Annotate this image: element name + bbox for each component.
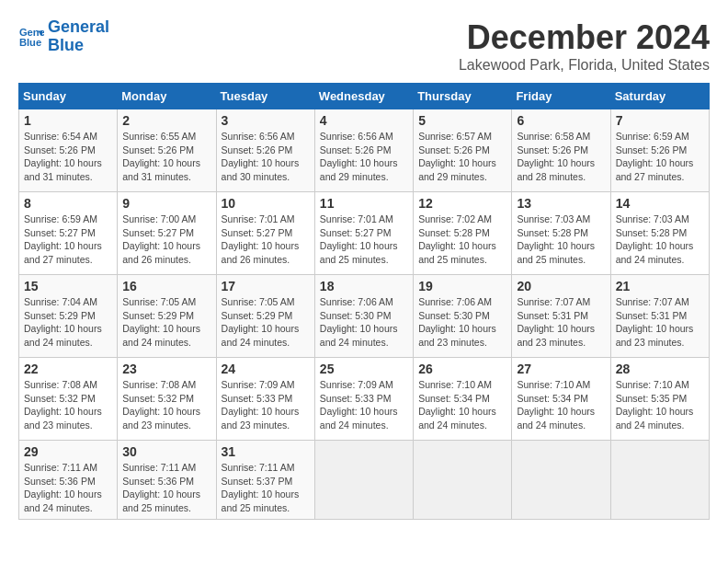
- calendar-cell: [314, 441, 413, 520]
- day-number: 23: [122, 362, 210, 376]
- day-info: Sunrise: 7:10 AM Sunset: 5:34 PM Dayligh…: [418, 378, 506, 432]
- logo-icon: General Blue: [18, 24, 44, 50]
- calendar-subtitle: Lakewood Park, Florida, United States: [459, 57, 710, 74]
- weekday-header: Thursday: [414, 84, 512, 109]
- day-number: 10: [222, 196, 310, 211]
- day-info: Sunrise: 7:11 AM Sunset: 5:37 PM Dayligh…: [222, 461, 310, 515]
- day-info: Sunrise: 7:10 AM Sunset: 5:35 PM Dayligh…: [616, 378, 704, 432]
- day-number: 7: [616, 113, 704, 128]
- day-info: Sunrise: 7:07 AM Sunset: 5:31 PM Dayligh…: [616, 295, 704, 350]
- day-number: 20: [517, 279, 605, 293]
- weekday-header: Tuesday: [216, 84, 314, 109]
- calendar-cell: 16Sunrise: 7:05 AM Sunset: 5:29 PM Dayli…: [118, 275, 216, 358]
- day-info: Sunrise: 6:56 AM Sunset: 5:26 PM Dayligh…: [222, 130, 310, 184]
- weekday-header: Wednesday: [314, 84, 413, 109]
- weekday-header: Sunday: [19, 84, 118, 109]
- calendar-cell: 21Sunrise: 7:07 AM Sunset: 5:31 PM Dayli…: [610, 275, 709, 358]
- calendar-week-row: 8Sunrise: 6:59 AM Sunset: 5:27 PM Daylig…: [19, 192, 710, 275]
- calendar-cell: 27Sunrise: 7:10 AM Sunset: 5:34 PM Dayli…: [512, 358, 610, 441]
- calendar-cell: 22Sunrise: 7:08 AM Sunset: 5:32 PM Dayli…: [19, 358, 118, 441]
- day-info: Sunrise: 7:08 AM Sunset: 5:32 PM Dayligh…: [122, 378, 210, 432]
- calendar-cell: 15Sunrise: 7:04 AM Sunset: 5:29 PM Dayli…: [19, 275, 118, 358]
- day-info: Sunrise: 6:56 AM Sunset: 5:26 PM Dayligh…: [320, 130, 408, 184]
- calendar-cell: 13Sunrise: 7:03 AM Sunset: 5:28 PM Dayli…: [512, 192, 610, 275]
- calendar-cell: 18Sunrise: 7:06 AM Sunset: 5:30 PM Dayli…: [314, 275, 413, 358]
- calendar-cell: [512, 441, 610, 520]
- day-info: Sunrise: 7:07 AM Sunset: 5:31 PM Dayligh…: [517, 295, 605, 350]
- day-number: 4: [320, 113, 408, 128]
- calendar-cell: 29Sunrise: 7:11 AM Sunset: 5:36 PM Dayli…: [19, 441, 118, 520]
- calendar-cell: 20Sunrise: 7:07 AM Sunset: 5:31 PM Dayli…: [512, 275, 610, 358]
- calendar-table: SundayMondayTuesdayWednesdayThursdayFrid…: [18, 83, 710, 520]
- day-info: Sunrise: 7:00 AM Sunset: 5:27 PM Dayligh…: [122, 213, 210, 267]
- day-number: 19: [418, 279, 506, 293]
- calendar-cell: 26Sunrise: 7:10 AM Sunset: 5:34 PM Dayli…: [414, 358, 512, 441]
- day-number: 6: [517, 113, 605, 128]
- day-number: 21: [616, 279, 704, 293]
- calendar-cell: 10Sunrise: 7:01 AM Sunset: 5:27 PM Dayli…: [216, 192, 314, 275]
- calendar-cell: 8Sunrise: 6:59 AM Sunset: 5:27 PM Daylig…: [19, 192, 118, 275]
- calendar-cell: 24Sunrise: 7:09 AM Sunset: 5:33 PM Dayli…: [216, 358, 314, 441]
- day-number: 1: [24, 113, 112, 128]
- weekday-header: Saturday: [610, 84, 709, 109]
- calendar-cell: 1Sunrise: 6:54 AM Sunset: 5:26 PM Daylig…: [19, 109, 118, 192]
- calendar-cell: 5Sunrise: 6:57 AM Sunset: 5:26 PM Daylig…: [414, 109, 512, 192]
- calendar-cell: 11Sunrise: 7:01 AM Sunset: 5:27 PM Dayli…: [314, 192, 413, 275]
- calendar-cell: 14Sunrise: 7:03 AM Sunset: 5:28 PM Dayli…: [610, 192, 709, 275]
- calendar-cell: 23Sunrise: 7:08 AM Sunset: 5:32 PM Dayli…: [118, 358, 216, 441]
- day-info: Sunrise: 7:08 AM Sunset: 5:32 PM Dayligh…: [24, 378, 112, 432]
- day-number: 9: [122, 196, 210, 211]
- logo: General Blue GeneralBlue: [18, 18, 109, 55]
- day-info: Sunrise: 6:59 AM Sunset: 5:26 PM Dayligh…: [616, 130, 704, 184]
- calendar-cell: 7Sunrise: 6:59 AM Sunset: 5:26 PM Daylig…: [610, 109, 709, 192]
- calendar-cell: 17Sunrise: 7:05 AM Sunset: 5:29 PM Dayli…: [216, 275, 314, 358]
- calendar-cell: [610, 441, 709, 520]
- calendar-cell: 4Sunrise: 6:56 AM Sunset: 5:26 PM Daylig…: [314, 109, 413, 192]
- day-number: 28: [616, 362, 704, 376]
- calendar-cell: 30Sunrise: 7:11 AM Sunset: 5:36 PM Dayli…: [118, 441, 216, 520]
- weekday-header-row: SundayMondayTuesdayWednesdayThursdayFrid…: [19, 84, 710, 109]
- day-number: 3: [222, 113, 310, 128]
- calendar-cell: 28Sunrise: 7:10 AM Sunset: 5:35 PM Dayli…: [610, 358, 709, 441]
- day-number: 16: [122, 279, 210, 293]
- calendar-title: December 2024: [459, 18, 710, 57]
- day-number: 30: [122, 444, 210, 459]
- calendar-week-row: 15Sunrise: 7:04 AM Sunset: 5:29 PM Dayli…: [19, 275, 710, 358]
- calendar-cell: 19Sunrise: 7:06 AM Sunset: 5:30 PM Dayli…: [414, 275, 512, 358]
- weekday-header: Friday: [512, 84, 610, 109]
- day-info: Sunrise: 7:09 AM Sunset: 5:33 PM Dayligh…: [222, 378, 310, 432]
- day-info: Sunrise: 7:03 AM Sunset: 5:28 PM Dayligh…: [616, 213, 704, 267]
- day-info: Sunrise: 7:11 AM Sunset: 5:36 PM Dayligh…: [24, 461, 112, 515]
- day-number: 15: [24, 279, 112, 293]
- day-number: 13: [517, 196, 605, 211]
- day-number: 18: [320, 279, 408, 293]
- header: General Blue GeneralBlue December 2024 L…: [18, 18, 710, 74]
- calendar-week-row: 29Sunrise: 7:11 AM Sunset: 5:36 PM Dayli…: [19, 441, 710, 520]
- day-info: Sunrise: 7:06 AM Sunset: 5:30 PM Dayligh…: [320, 295, 408, 350]
- day-number: 2: [122, 113, 210, 128]
- weekday-header: Monday: [118, 84, 216, 109]
- day-number: 17: [222, 279, 310, 293]
- day-number: 27: [517, 362, 605, 376]
- day-info: Sunrise: 7:03 AM Sunset: 5:28 PM Dayligh…: [517, 213, 605, 267]
- day-info: Sunrise: 6:58 AM Sunset: 5:26 PM Dayligh…: [517, 130, 605, 184]
- day-info: Sunrise: 7:05 AM Sunset: 5:29 PM Dayligh…: [122, 295, 210, 350]
- day-info: Sunrise: 6:57 AM Sunset: 5:26 PM Dayligh…: [418, 130, 506, 184]
- day-number: 29: [24, 444, 112, 459]
- title-section: December 2024 Lakewood Park, Florida, Un…: [459, 18, 710, 74]
- calendar-cell: 9Sunrise: 7:00 AM Sunset: 5:27 PM Daylig…: [118, 192, 216, 275]
- day-info: Sunrise: 7:05 AM Sunset: 5:29 PM Dayligh…: [222, 295, 310, 350]
- day-info: Sunrise: 7:01 AM Sunset: 5:27 PM Dayligh…: [222, 213, 310, 267]
- calendar-cell: 6Sunrise: 6:58 AM Sunset: 5:26 PM Daylig…: [512, 109, 610, 192]
- calendar-week-row: 22Sunrise: 7:08 AM Sunset: 5:32 PM Dayli…: [19, 358, 710, 441]
- day-info: Sunrise: 7:04 AM Sunset: 5:29 PM Dayligh…: [24, 295, 112, 350]
- day-number: 26: [418, 362, 506, 376]
- day-number: 8: [24, 196, 112, 211]
- day-info: Sunrise: 7:06 AM Sunset: 5:30 PM Dayligh…: [418, 295, 506, 350]
- day-info: Sunrise: 7:01 AM Sunset: 5:27 PM Dayligh…: [320, 213, 408, 267]
- day-info: Sunrise: 7:10 AM Sunset: 5:34 PM Dayligh…: [517, 378, 605, 432]
- svg-text:Blue: Blue: [19, 37, 41, 48]
- day-number: 25: [320, 362, 408, 376]
- calendar-cell: 12Sunrise: 7:02 AM Sunset: 5:28 PM Dayli…: [414, 192, 512, 275]
- day-number: 24: [222, 362, 310, 376]
